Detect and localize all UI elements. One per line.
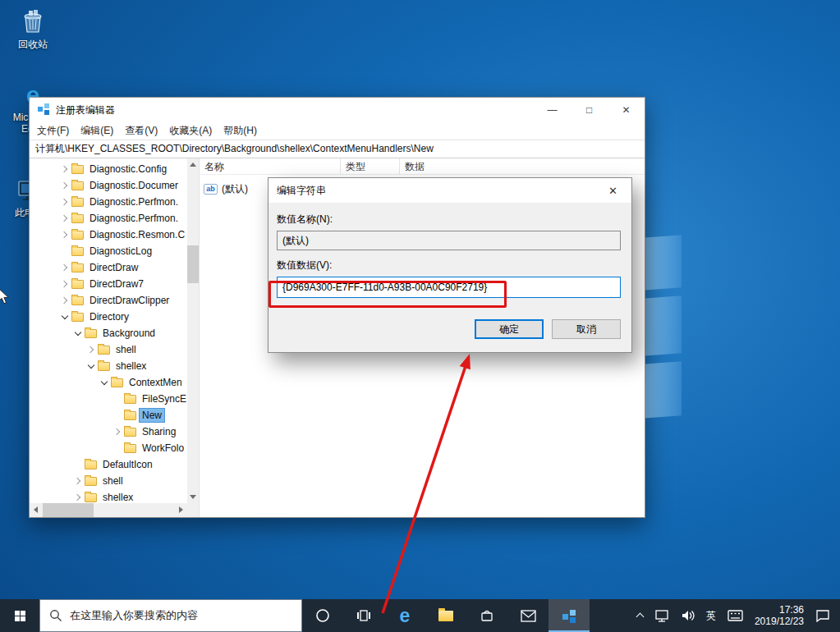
tree-node[interactable]: DirectDraw7 — [30, 276, 187, 292]
tree-node-label[interactable]: Sharing — [140, 425, 178, 438]
tray-expand-icon[interactable] — [636, 613, 644, 621]
menu-item[interactable]: 查看(V) — [119, 122, 163, 140]
value-name-field[interactable] — [277, 231, 621, 250]
chevron-right-icon[interactable] — [61, 182, 67, 189]
tree-node[interactable]: ContextMen — [30, 374, 187, 391]
tree-node[interactable]: DefaultIcon — [30, 456, 187, 473]
maximize-button[interactable]: □ — [571, 98, 608, 122]
tree-node[interactable]: WorkFolo — [30, 440, 187, 456]
vertical-scroll-thumb[interactable] — [187, 245, 199, 283]
tree-node-label[interactable]: Diagnostic.Perfmon. — [87, 195, 181, 208]
tree-node[interactable]: Diagnostic.Config — [30, 161, 187, 177]
tree-node[interactable]: Diagnostic.Perfmon. — [30, 210, 187, 227]
value-data-field[interactable] — [277, 277, 621, 298]
tree-node[interactable]: Sharing — [30, 424, 187, 440]
tree-node[interactable]: DirectDraw — [30, 259, 187, 276]
tree-node-label[interactable]: Diagnostic.Documer — [87, 179, 181, 192]
taskbar-regedit-button[interactable] — [549, 599, 590, 632]
column-header[interactable]: 名称 — [200, 158, 341, 174]
tree-node[interactable]: New — [30, 407, 187, 424]
chevron-right-icon[interactable] — [74, 478, 80, 484]
tree-node[interactable]: Background — [30, 325, 187, 341]
taskbar-cortana-button[interactable] — [302, 599, 343, 632]
tree-node[interactable]: Directory — [30, 309, 187, 325]
tree-node[interactable]: DiagnosticLog — [30, 243, 187, 259]
scroll-right-icon[interactable] — [179, 506, 183, 513]
tree-node-label[interactable]: DefaultIcon — [100, 458, 155, 471]
chevron-right-icon[interactable] — [61, 166, 67, 172]
tree-node[interactable]: shellex — [30, 358, 187, 374]
tree-node-label[interactable]: Diagnostic.Resmon.C — [87, 228, 187, 241]
start-button[interactable] — [0, 599, 39, 632]
tree-vertical-scrollbar[interactable] — [187, 158, 199, 503]
address-bar[interactable]: 计算机\HKEY_CLASSES_ROOT\Directory\Backgrou… — [30, 140, 645, 158]
chevron-right-icon[interactable] — [113, 428, 120, 435]
tree-node[interactable]: shell — [30, 341, 187, 358]
taskbar-clock[interactable]: 17:36 2019/12/23 — [755, 604, 804, 627]
menu-item[interactable]: 帮助(H) — [218, 122, 263, 140]
tree-node-label[interactable]: Directory — [87, 310, 131, 323]
taskbar-task-view-button[interactable] — [343, 599, 384, 632]
horizontal-scroll-thumb[interactable] — [43, 503, 94, 517]
tree-node-label[interactable]: ContextMen — [126, 376, 185, 389]
ok-button[interactable]: 确定 — [475, 319, 544, 339]
taskbar-file-explorer-button[interactable] — [425, 599, 466, 632]
chevron-right-icon[interactable] — [61, 199, 67, 205]
minimize-button[interactable]: — — [534, 98, 571, 122]
tree-node-label[interactable]: DirectDrawClipper — [87, 294, 172, 307]
taskbar-store-button[interactable] — [466, 599, 507, 632]
menu-item[interactable]: 文件(F) — [31, 122, 75, 140]
input-language-indicator[interactable]: 英 — [706, 609, 716, 623]
tree-node-label[interactable]: DirectDraw7 — [87, 277, 146, 291]
column-header[interactable]: 数据 — [400, 158, 645, 174]
tree-node-label[interactable]: shellex — [100, 491, 135, 504]
taskbar-mail-button[interactable] — [507, 599, 549, 632]
tree-node-label[interactable]: shellex — [113, 360, 149, 373]
tree-node[interactable]: Diagnostic.Documer — [30, 177, 187, 194]
tree-node-label[interactable]: DirectDraw — [87, 261, 140, 274]
chevron-down-icon[interactable] — [88, 361, 94, 368]
chevron-right-icon[interactable] — [87, 346, 94, 353]
volume-icon[interactable] — [681, 609, 695, 622]
taskbar-edge-button[interactable]: e — [384, 599, 425, 632]
tree-node-label[interactable]: Diagnostic.Perfmon. — [87, 212, 181, 225]
dialog-title-bar[interactable]: 编辑字符串 ✕ — [269, 178, 631, 203]
scroll-down-icon[interactable] — [190, 495, 196, 499]
tree-node-label[interactable]: WorkFolo — [140, 442, 186, 455]
tree-node-label[interactable]: shell — [100, 474, 126, 488]
chevron-down-icon[interactable] — [62, 312, 68, 318]
action-center-icon[interactable] — [815, 609, 830, 622]
menu-item[interactable]: 编辑(E) — [75, 122, 119, 140]
chevron-right-icon[interactable] — [61, 264, 67, 271]
chevron-right-icon[interactable] — [61, 215, 67, 222]
tree-node-label[interactable]: FileSyncE — [140, 392, 189, 405]
dialog-close-button[interactable]: ✕ — [594, 178, 631, 203]
chevron-right-icon[interactable] — [61, 281, 67, 287]
title-bar[interactable]: 注册表编辑器 — □ ✕ — [30, 98, 645, 122]
scroll-left-icon[interactable] — [34, 506, 38, 513]
touch-keyboard-icon[interactable] — [728, 610, 743, 621]
tree-horizontal-scrollbar[interactable] — [30, 503, 187, 517]
chevron-down-icon[interactable] — [101, 378, 108, 384]
chevron-right-icon[interactable] — [74, 494, 80, 501]
tree-node-label[interactable]: Diagnostic.Config — [87, 163, 169, 176]
tree-node-label[interactable]: DiagnosticLog — [87, 245, 154, 258]
network-icon[interactable] — [654, 609, 669, 622]
tree-node[interactable]: FileSyncE — [30, 391, 187, 407]
chevron-right-icon[interactable] — [61, 297, 67, 304]
close-button[interactable]: ✕ — [608, 98, 645, 122]
cancel-button[interactable]: 取消 — [552, 319, 621, 339]
tree-node-label[interactable]: shell — [113, 343, 139, 356]
tree-node[interactable]: shell — [30, 473, 187, 489]
tree-node-label[interactable]: Background — [100, 327, 158, 340]
chevron-down-icon[interactable] — [75, 328, 81, 335]
tree-node[interactable]: Diagnostic.Perfmon. — [30, 194, 187, 210]
tree-node[interactable]: Diagnostic.Resmon.C — [30, 227, 187, 243]
scroll-up-icon[interactable] — [190, 163, 196, 167]
tree-node-label[interactable]: New — [140, 409, 164, 422]
taskbar-search[interactable]: 在这里输入你要搜索的内容 — [39, 599, 302, 632]
menu-item[interactable]: 收藏夹(A) — [163, 122, 218, 140]
tree-node[interactable]: DirectDrawClipper — [30, 292, 187, 309]
column-header[interactable]: 类型 — [341, 158, 400, 174]
chevron-right-icon[interactable] — [61, 231, 67, 238]
